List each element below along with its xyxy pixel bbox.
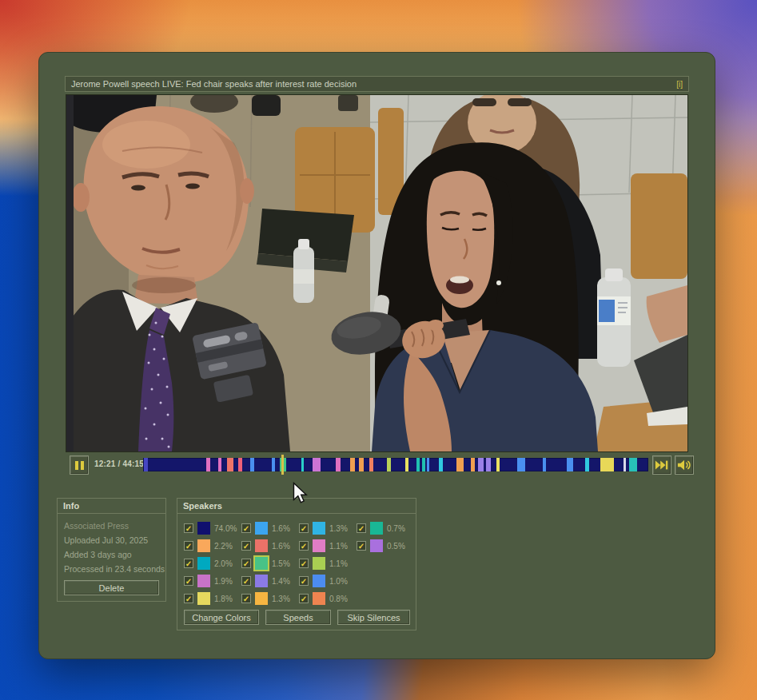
video-title: Jerome Powell speech LIVE: Fed chair spe… — [71, 79, 357, 89]
timeline-segment — [405, 458, 408, 471]
speaker-color-swatch[interactable] — [370, 522, 383, 535]
video-scene — [66, 95, 687, 451]
speaker-color-swatch[interactable] — [313, 522, 325, 535]
timeline-segment — [585, 458, 589, 471]
speaker-checkbox[interactable]: ✓ — [241, 559, 251, 568]
timeline-segment — [496, 458, 500, 471]
timeline-playhead[interactable] — [281, 455, 284, 475]
speaker-entry: ✓1.3% — [241, 590, 299, 607]
speaker-percentage: 1.8% — [214, 595, 233, 603]
speaker-color-swatch[interactable] — [255, 592, 268, 605]
speaker-entry: ✓1.8% — [184, 590, 241, 607]
timeline-segment — [301, 458, 304, 471]
speaker-checkbox[interactable]: ✓ — [241, 594, 251, 603]
timeline-segment — [543, 458, 546, 471]
speaker-checkbox[interactable]: ✓ — [299, 594, 309, 603]
app-window: Jerome Powell speech LIVE: Fed chair spe… — [38, 52, 715, 659]
speaker-entry: ✓1.0% — [299, 572, 357, 590]
speaker-percentage: 0.8% — [329, 595, 348, 603]
speaker-color-swatch[interactable] — [370, 539, 383, 552]
speaker-checkbox[interactable]: ✓ — [184, 523, 193, 533]
speaker-percentage: 1.0% — [329, 577, 348, 586]
speaker-checkbox[interactable]: ✓ — [241, 541, 251, 551]
speaker-color-swatch[interactable] — [255, 575, 268, 587]
timeline-segment — [517, 458, 525, 471]
speakers-grid: ✓74.0%✓2.2%✓2.0%✓1.9%✓1.8%✓1.6%✓1.6%✓1.5… — [184, 519, 417, 607]
timeline-segment — [387, 458, 391, 471]
speaker-percentage: 2.0% — [214, 559, 233, 568]
speaker-checkbox[interactable]: ✓ — [299, 559, 309, 568]
speeds-button[interactable]: Speeds — [265, 610, 331, 625]
timeline-segment — [629, 458, 637, 471]
skip-silences-button[interactable]: Skip Silences — [337, 610, 410, 625]
speaker-entry: ✓1.3% — [299, 519, 357, 537]
speaker-color-swatch[interactable] — [197, 539, 210, 552]
video-titlebar: Jerome Powell speech LIVE: Fed chair spe… — [65, 76, 689, 92]
speaker-entry: ✓74.0% — [184, 519, 241, 537]
timeline-segment — [227, 458, 233, 471]
playback-time: 12:21 / 44:15 — [94, 459, 142, 468]
speaker-color-swatch[interactable] — [197, 522, 210, 535]
speaker-checkbox[interactable]: ✓ — [184, 559, 193, 568]
speaker-checkbox[interactable]: ✓ — [299, 541, 309, 551]
speaker-color-swatch[interactable] — [313, 539, 325, 552]
speaker-color-swatch[interactable] — [313, 575, 325, 587]
info-source: Associated Press — [64, 521, 159, 531]
timeline-segment — [416, 458, 420, 471]
speaker-color-swatch[interactable] — [313, 557, 325, 570]
volume-icon — [677, 459, 691, 471]
timeline-segment — [567, 458, 573, 471]
speaker-color-swatch[interactable] — [197, 592, 210, 605]
timeline-segment — [336, 458, 341, 471]
info-icon[interactable]: [i] — [676, 80, 683, 89]
timeline-segment — [486, 458, 491, 471]
speaker-color-swatch[interactable] — [255, 557, 268, 570]
speaker-checkbox[interactable]: ✓ — [241, 523, 251, 533]
speaker-percentage: 1.6% — [272, 524, 290, 533]
speaker-percentage: 1.9% — [214, 577, 233, 586]
speaker-checkbox[interactable]: ✓ — [241, 576, 251, 586]
pause-icon — [75, 461, 78, 470]
timeline-segment — [456, 458, 464, 471]
speaker-color-swatch[interactable] — [255, 539, 268, 552]
water-bottle-left — [293, 239, 314, 303]
speaker-color-swatch[interactable] — [255, 522, 268, 535]
info-panel-header: Info — [58, 499, 165, 514]
speaker-color-swatch[interactable] — [197, 575, 210, 587]
speaker-color-swatch[interactable] — [313, 592, 325, 605]
speaker-checkbox[interactable]: ✓ — [357, 541, 366, 551]
video-frame[interactable] — [66, 94, 688, 452]
timeline-segment — [144, 458, 148, 471]
skip-forward-button[interactable] — [652, 455, 671, 475]
speaker-entry: ✓1.9% — [184, 572, 241, 590]
speaker-entry: ✓0.7% — [357, 519, 417, 537]
speaker-checkbox[interactable]: ✓ — [184, 594, 193, 603]
speaker-entry: ✓1.1% — [299, 537, 357, 555]
timeline-segment — [206, 458, 210, 471]
speaker-checkbox[interactable]: ✓ — [299, 576, 309, 586]
speaker-percentage: 2.2% — [214, 542, 233, 551]
info-panel: Info Associated Press Uploaded Jul 30, 2… — [57, 498, 166, 602]
delete-button[interactable]: Delete — [64, 580, 159, 595]
pause-button[interactable] — [70, 455, 89, 475]
speaker-checkbox[interactable]: ✓ — [299, 523, 309, 533]
volume-button[interactable] — [675, 455, 694, 475]
speaker-checkbox[interactable]: ✓ — [184, 576, 193, 586]
speaker-color-swatch[interactable] — [197, 557, 210, 570]
speakers-panel: Speakers ✓74.0%✓2.2%✓2.0%✓1.9%✓1.8%✓1.6%… — [177, 498, 416, 630]
speaker-entry: ✓1.5% — [241, 555, 299, 572]
speaker-percentage: 0.7% — [387, 524, 405, 533]
skip-forward-icon — [655, 459, 669, 471]
speaker-checkbox[interactable]: ✓ — [357, 523, 366, 533]
timeline-segment — [313, 458, 321, 471]
change-colors-button[interactable]: Change Colors — [184, 610, 259, 625]
mouse-cursor — [293, 482, 309, 505]
speaker-entry: ✓2.0% — [184, 555, 241, 572]
speakers-buttons-row: Change Colors Speeds Skip Silences — [184, 610, 410, 625]
timeline-segment — [359, 458, 364, 471]
speaker-checkbox[interactable]: ✓ — [184, 541, 193, 551]
info-uploaded: Uploaded Jul 30, 2025 — [64, 535, 159, 545]
info-processed: Processed in 23.4 seconds — [64, 564, 159, 574]
speaker-entry: ✓2.2% — [184, 537, 241, 555]
timeline-track[interactable] — [143, 458, 648, 471]
